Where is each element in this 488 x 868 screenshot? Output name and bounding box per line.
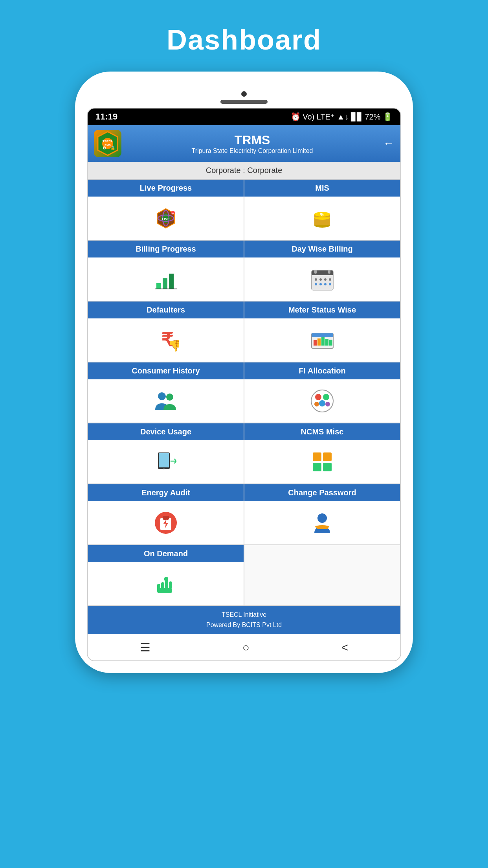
ncms-misc-item[interactable]: NCMS Misc bbox=[244, 423, 400, 484]
defaulters-item[interactable]: Defaulters ₹ 👎 bbox=[88, 301, 244, 362]
svg-rect-55 bbox=[313, 452, 321, 461]
svg-point-51 bbox=[325, 402, 330, 406]
svg-point-29 bbox=[324, 278, 327, 281]
on-demand-item[interactable]: On Demand bbox=[88, 545, 244, 606]
consumer-history-header: Consumer History bbox=[88, 362, 244, 379]
defaulters-header: Defaulters bbox=[88, 302, 244, 318]
app-footer: TSECL Initiative Powered By BCITS Pvt Lt… bbox=[88, 606, 400, 634]
meter-status-wise-item[interactable]: Meter Status Wise bbox=[244, 301, 400, 362]
change-password-icon bbox=[310, 510, 335, 536]
fi-allocation-body bbox=[302, 379, 343, 423]
ncms-misc-header: NCMS Misc bbox=[244, 423, 400, 440]
app-title-area: TRMS Tripura State Electricity Corporati… bbox=[121, 133, 383, 154]
mis-header: MIS bbox=[244, 180, 400, 197]
page-title: Dashboard bbox=[167, 24, 321, 56]
svg-point-48 bbox=[323, 394, 329, 400]
change-password-header: Change Password bbox=[244, 484, 400, 501]
svg-point-50 bbox=[314, 402, 319, 406]
meter-status-wise-header: Meter Status Wise bbox=[244, 302, 400, 318]
svg-rect-58 bbox=[323, 463, 332, 471]
svg-rect-57 bbox=[313, 463, 321, 471]
energy-audit-header: Energy Audit bbox=[88, 484, 244, 501]
svg-text:TSECL: TSECL bbox=[103, 140, 113, 143]
live-progress-header: Live Progress bbox=[88, 180, 244, 197]
back-nav-button[interactable]: < bbox=[341, 641, 349, 654]
home-nav-button[interactable]: ○ bbox=[242, 641, 250, 654]
billing-progress-item[interactable]: Billing Progress bbox=[88, 240, 244, 301]
fi-allocation-item[interactable]: FI Allocation bbox=[244, 362, 400, 423]
svg-rect-56 bbox=[323, 452, 332, 461]
on-demand-icon bbox=[153, 571, 179, 597]
svg-rect-61 bbox=[163, 516, 169, 520]
day-wise-billing-item[interactable]: Day Wise Billing bbox=[244, 240, 400, 301]
svg-rect-19 bbox=[156, 283, 161, 289]
billing-progress-icon bbox=[153, 267, 179, 292]
app-header: TSECL RMS ⚙ 🔒 TRMS Tripura State Electri… bbox=[88, 125, 400, 162]
svg-text:LIVE: LIVE bbox=[161, 217, 169, 221]
change-password-body bbox=[302, 501, 343, 544]
svg-rect-25 bbox=[314, 270, 317, 274]
billing-progress-header: Billing Progress bbox=[88, 241, 244, 257]
on-demand-body bbox=[145, 562, 187, 605]
dashboard-grid: Live Progress LIVE ● bbox=[88, 179, 400, 606]
svg-point-32 bbox=[319, 283, 322, 285]
device-usage-icon bbox=[153, 449, 179, 475]
energy-audit-icon bbox=[153, 510, 179, 536]
svg-rect-41 bbox=[321, 337, 325, 346]
svg-point-49 bbox=[319, 400, 325, 406]
svg-point-28 bbox=[319, 278, 322, 281]
mis-item[interactable]: MIS % bbox=[244, 179, 400, 240]
bottom-nav-bar: ☰ ○ < bbox=[88, 634, 400, 660]
phone-screen: 11:19 ⏰ Vo) LTE⁺ ▲↓ ▊▊ 72% 🔋 TSECL RMS ⚙… bbox=[87, 108, 401, 661]
day-wise-billing-header: Day Wise Billing bbox=[244, 241, 400, 257]
app-subtitle: Tripura State Electricity Corporation Li… bbox=[121, 147, 383, 154]
live-progress-item[interactable]: Live Progress LIVE ● bbox=[88, 179, 244, 240]
phone-top-bar bbox=[87, 83, 401, 108]
ncms-misc-body bbox=[302, 440, 343, 484]
menu-nav-button[interactable]: ☰ bbox=[140, 640, 150, 654]
day-wise-billing-icon bbox=[310, 267, 335, 292]
svg-point-54 bbox=[163, 468, 165, 469]
svg-text:👎: 👎 bbox=[168, 339, 179, 352]
svg-rect-70 bbox=[157, 588, 172, 593]
device-usage-header: Device Usage bbox=[88, 423, 244, 440]
svg-rect-21 bbox=[169, 274, 174, 289]
svg-text:●: ● bbox=[172, 212, 173, 215]
svg-rect-40 bbox=[317, 338, 321, 346]
svg-text:⚙: ⚙ bbox=[103, 146, 106, 150]
empty-cell bbox=[244, 545, 400, 606]
status-bar: 11:19 ⏰ Vo) LTE⁺ ▲↓ ▊▊ 72% 🔋 bbox=[88, 108, 400, 125]
defaulters-icon: ₹ 👎 bbox=[153, 327, 179, 353]
back-button[interactable]: ← bbox=[383, 137, 394, 150]
live-progress-body: LIVE ● bbox=[145, 197, 187, 240]
live-progress-icon: LIVE ● bbox=[153, 206, 179, 231]
consumer-history-item[interactable]: Consumer History bbox=[88, 362, 244, 423]
corporate-bar: Corporate : Corporate bbox=[88, 162, 400, 179]
ncms-misc-icon bbox=[310, 449, 335, 475]
svg-text:%: % bbox=[320, 212, 324, 217]
svg-rect-39 bbox=[314, 340, 317, 346]
svg-rect-53 bbox=[159, 453, 169, 467]
change-password-item[interactable]: Change Password bbox=[244, 484, 400, 545]
billing-progress-body bbox=[145, 257, 187, 301]
device-usage-item[interactable]: Device Usage bbox=[88, 423, 244, 484]
svg-point-33 bbox=[324, 283, 327, 285]
meter-status-wise-body bbox=[302, 318, 343, 362]
status-icons: ⏰ Vo) LTE⁺ ▲↓ ▊▊ 72% 🔋 bbox=[291, 112, 393, 121]
svg-rect-26 bbox=[328, 270, 330, 274]
status-time: 11:19 bbox=[95, 112, 117, 122]
svg-rect-38 bbox=[312, 333, 333, 337]
energy-audit-item[interactable]: Energy Audit bbox=[88, 484, 244, 545]
svg-point-65 bbox=[315, 525, 329, 528]
meter-status-wise-icon bbox=[310, 327, 335, 353]
svg-rect-71 bbox=[164, 577, 168, 581]
on-demand-header: On Demand bbox=[88, 545, 244, 562]
svg-rect-20 bbox=[163, 278, 167, 289]
footer-line2: Powered By BCITS Pvt Ltd bbox=[92, 620, 396, 630]
svg-point-63 bbox=[317, 513, 327, 523]
footer-line1: TSECL Initiative bbox=[92, 610, 396, 620]
svg-text:🔒: 🔒 bbox=[110, 145, 116, 151]
phone-device: 11:19 ⏰ Vo) LTE⁺ ▲↓ ▊▊ 72% 🔋 TSECL RMS ⚙… bbox=[75, 72, 413, 673]
consumer-history-icon bbox=[153, 388, 179, 414]
svg-point-34 bbox=[329, 283, 331, 285]
